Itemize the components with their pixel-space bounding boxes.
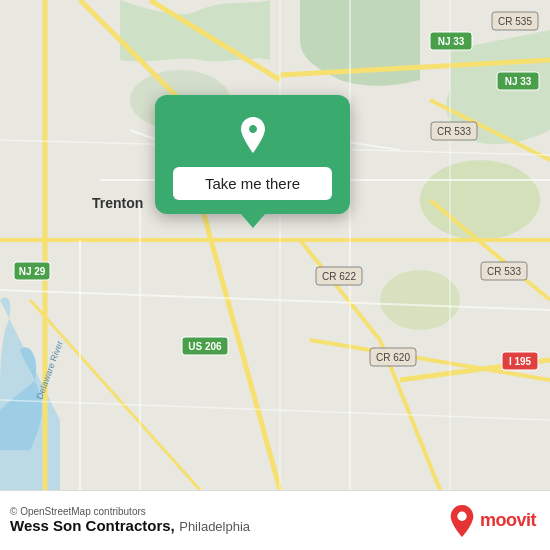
svg-text:CR 622: CR 622 [322, 271, 356, 282]
svg-point-50 [457, 511, 466, 520]
moovit-label: moovit [480, 510, 536, 531]
svg-text:I 195: I 195 [509, 356, 532, 367]
svg-text:NJ 33: NJ 33 [438, 36, 465, 47]
osm-credit: © OpenStreetMap contributors [10, 506, 250, 517]
place-city: Philadelphia [179, 519, 250, 534]
svg-point-1 [420, 160, 540, 240]
bottom-bar: © OpenStreetMap contributors Wess Son Co… [0, 490, 550, 550]
svg-text:CR 535: CR 535 [498, 16, 532, 27]
svg-text:NJ 33: NJ 33 [505, 76, 532, 87]
moovit-pin-icon [448, 505, 476, 537]
map-container: NJ 33 NJ 33 CR 533 CR 533 CR 535 CR 622 … [0, 0, 550, 490]
moovit-logo: moovit [448, 505, 536, 537]
svg-point-2 [380, 270, 460, 330]
svg-text:CR 620: CR 620 [376, 352, 410, 363]
place-info: Wess Son Contractors, Philadelphia [10, 517, 250, 535]
popup-card: Take me there [155, 95, 350, 214]
svg-text:US 206: US 206 [188, 341, 222, 352]
take-me-there-button[interactable]: Take me there [173, 167, 332, 200]
location-pin-icon [231, 113, 275, 157]
svg-text:NJ 29: NJ 29 [19, 266, 46, 277]
svg-text:Trenton: Trenton [92, 195, 143, 211]
svg-text:CR 533: CR 533 [437, 126, 471, 137]
svg-text:CR 533: CR 533 [487, 266, 521, 277]
place-name: Wess Son Contractors, [10, 517, 175, 534]
bottom-left: © OpenStreetMap contributors Wess Son Co… [10, 506, 250, 535]
